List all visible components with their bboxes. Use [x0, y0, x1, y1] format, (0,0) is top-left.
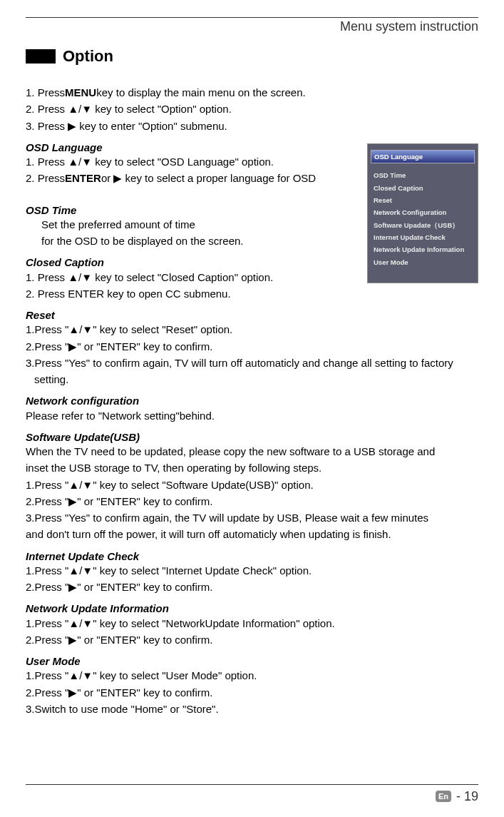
software-update-l1: When the TV need to be updated, please c… — [26, 445, 478, 459]
text: 2. Press — [26, 171, 65, 186]
user-mode-heading: User Mode — [26, 654, 478, 669]
osd-time-indent: Set the preferred amount of time for the… — [26, 218, 360, 249]
closed-caption-l1: 1. Press ▲/▼ key to select "Closed Capti… — [26, 270, 360, 285]
content-body: 1. Press MENU key to display the main me… — [26, 86, 478, 716]
reset-l2: 2.Press "▶" or "ENTER" key to confirm. — [26, 340, 478, 354]
reset-l3: 3.Press "Yes" to confirm again, TV will … — [26, 356, 478, 370]
section-title-row: Option — [26, 47, 478, 66]
text: or ▶ key to select a proper language for… — [101, 171, 316, 186]
bold-keyword: MENU — [65, 86, 96, 100]
bold-keyword: ENTER — [65, 171, 101, 186]
osd-language-heading: OSD Language — [26, 141, 360, 155]
left-column: OSD Language 1. Press ▲/▼ key to select … — [26, 141, 360, 308]
text: 1. Press — [26, 86, 65, 100]
intro-line-3: 3. Press ▶ key to enter "Option" submenu… — [26, 119, 478, 133]
menu-item: Software Upadate（USB） — [371, 219, 475, 231]
menu-item: OSD Time — [371, 169, 475, 181]
internet-update-l1: 1.Press "▲/▼" key to select "Internet Up… — [26, 564, 478, 578]
reset-heading: Reset — [26, 308, 478, 323]
menu-item: Closed Caption — [371, 182, 475, 194]
user-mode-l2: 2.Press "▶" or "ENTER" key to confirm. — [26, 686, 478, 700]
menu-item: Network Update Information — [371, 243, 475, 255]
intro-block: 1. Press MENU key to display the main me… — [26, 86, 478, 133]
user-mode-l1: 1.Press "▲/▼" key to select "User Mode" … — [26, 669, 478, 683]
network-update-info-heading: Network Update Information — [26, 602, 478, 616]
internet-update-heading: Internet Update Check — [26, 549, 478, 564]
text: key to display the main menu on the scre… — [96, 86, 306, 100]
user-mode-l3: 3.Switch to use mode "Home" or "Store". — [26, 702, 478, 716]
osd-time-l2: for the OSD to be displayed on the scree… — [41, 234, 360, 248]
closed-caption-block: Closed Caption 1. Press ▲/▼ key to selec… — [26, 255, 360, 301]
software-update-l4: 2.Press "▶" or "ENTER" key to confirm. — [26, 494, 478, 509]
page-badge: En — [436, 791, 451, 802]
osd-language-l2: 2. Press ENTER or ▶ key to select a prop… — [26, 171, 360, 186]
software-update-l3: 1.Press "▲/▼" key to select "Software Up… — [26, 478, 478, 492]
reset-block: Reset 1.Press "▲/▼" key to select "Reset… — [26, 308, 478, 387]
menu-item-selected: OSD Language — [371, 150, 475, 163]
internet-update-l2: 2.Press "▶" or "ENTER" key to confirm. — [26, 580, 478, 594]
section-title: Option — [63, 47, 113, 66]
section-marker — [26, 49, 56, 64]
osd-language-block: OSD Language 1. Press ▲/▼ key to select … — [26, 141, 360, 186]
network-config-l1: Please refer to "Network setting"behind. — [26, 409, 478, 423]
intro-line-1: 1. Press MENU key to display the main me… — [26, 86, 478, 100]
user-mode-block: User Mode 1.Press "▲/▼" key to select "U… — [26, 654, 478, 716]
reset-l1: 1.Press "▲/▼" key to select "Reset" opti… — [26, 323, 478, 337]
software-update-l2: inset the USB storage to TV, then operat… — [26, 461, 478, 475]
network-update-info-l2: 2.Press "▶" or "ENTER" key to confirm. — [26, 633, 478, 647]
footer: En - 19 — [26, 784, 478, 804]
menu-panel: OSD Language OSD Time Closed Caption Res… — [367, 143, 478, 284]
closed-caption-l2: 2. Press ENTER key to open CC submenu. — [26, 287, 360, 301]
software-update-l5: 3.Press "Yes" to confirm again, the TV w… — [26, 511, 478, 525]
software-update-l6: and don't turn off the power, it will tu… — [26, 527, 478, 542]
network-update-info-block: Network Update Information 1.Press "▲/▼"… — [26, 602, 478, 647]
network-update-info-l1: 1.Press "▲/▼" key to select "NetworkUpda… — [26, 616, 478, 631]
software-update-heading: Software Update(USB) — [26, 430, 478, 445]
software-update-block: Software Update(USB) When the TV need to… — [26, 430, 478, 542]
osd-time-heading: OSD Time — [26, 203, 360, 218]
osd-time-l1: Set the preferred amount of time — [41, 218, 360, 232]
menu-item: Internet Update Check — [371, 231, 475, 243]
reset-l3b: setting. — [26, 372, 478, 387]
menu-item: Network Configuration — [371, 206, 475, 218]
network-config-heading: Network configuration — [26, 394, 478, 408]
osd-time-block: OSD Time Set the preferred amount of tim… — [26, 203, 360, 249]
intro-line-2: 2. Press ▲/▼ key to select "Option" opti… — [26, 102, 478, 116]
network-config-block: Network configuration Please refer to "N… — [26, 394, 478, 423]
page-container: Menu system instruction Option 1. Press … — [0, 0, 504, 817]
menu-item: User Mode — [371, 256, 475, 268]
two-column-region: OSD Language 1. Press ▲/▼ key to select … — [26, 141, 478, 308]
page-number: - 19 — [453, 789, 478, 803]
osd-language-l1: 1. Press ▲/▼ key to select "OSD Language… — [26, 155, 360, 169]
menu-item: Reset — [371, 194, 475, 206]
closed-caption-heading: Closed Caption — [26, 255, 360, 270]
internet-update-block: Internet Update Check 1.Press "▲/▼" key … — [26, 549, 478, 595]
header-section-label: Menu system instruction — [26, 17, 478, 34]
